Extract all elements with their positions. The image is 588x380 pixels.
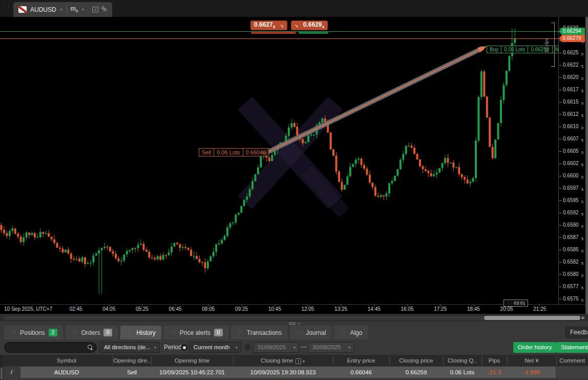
buy-depth-bar	[299, 32, 328, 34]
price-axis-tick: 0.66125	[559, 111, 586, 117]
direction-filter-dropdown[interactable]: All directions (de... ▼	[99, 342, 160, 353]
trading-app-window: ⋮⋮ AUDUSD ▼ m5 ▼ ↗ × + 0.66279 ↘ ↘ 0.662…	[0, 0, 588, 380]
time-axis-tick: 13:25	[334, 306, 347, 312]
sort-indicator[interactable]: 1 ▼	[296, 356, 305, 367]
drag-handle-icon[interactable]: ⋮⋮	[2, 4, 10, 10]
date-to-picker[interactable]: 30/09/2025 ▼	[308, 342, 354, 353]
timeframe-selector[interactable]: m5	[71, 5, 78, 13]
cell-closing-qty: 0.06 Lots	[443, 367, 481, 378]
price-axis[interactable]: 0.663000.662750.662500.662250.662000.661…	[558, 17, 585, 314]
tab-divider	[67, 6, 67, 14]
column-separator	[481, 356, 482, 365]
sell-quote-button[interactable]: 0.66279 ↘	[250, 21, 287, 30]
price-axis-tick: 0.65900	[559, 222, 586, 228]
history-table-header: SymbolOpening dire..Opening timeClosing …	[0, 355, 588, 366]
column-separator	[151, 356, 152, 365]
tab-label: Journal	[306, 329, 326, 336]
feedback-button[interactable]: Feedback	[565, 326, 588, 338]
history-search-input[interactable]	[10, 343, 84, 352]
time-axis-tick: 08:05	[202, 306, 215, 312]
tab-journal[interactable]: ⋮⋮Journal	[290, 326, 331, 339]
tab-label: Algo	[350, 329, 362, 336]
column-header-entry-price[interactable]: Entry price	[333, 355, 389, 366]
tab-algo[interactable]: ⋮⋮Algo	[334, 326, 368, 339]
time-axis-tick: 10:45	[268, 306, 281, 312]
tab-orders[interactable]: ⋮⋮Orders0	[66, 326, 118, 339]
column-header-closing-q[interactable]: Closing Q..	[443, 355, 481, 366]
chart-tab-bar: ⋮⋮ AUDUSD ▼ m5 ▼ ↗ × +	[0, 0, 588, 17]
buy-quote-button[interactable]: ↘ 0.66294	[291, 21, 328, 30]
date-from-picker[interactable]: 01/09/2025 ▼	[253, 342, 299, 353]
tab-label: History	[136, 329, 155, 336]
column-header-comment[interactable]: Comment	[556, 355, 588, 366]
history-search-box[interactable]	[4, 342, 97, 353]
splitter-caret-icon: ▼	[298, 322, 300, 325]
candlestick-chart-canvas[interactable]	[0, 17, 558, 304]
price-axis-tick: 0.66050	[559, 148, 586, 154]
price-axis-tick: 0.65975	[559, 185, 586, 191]
price-axis-tick: 0.65850	[559, 247, 586, 253]
time-axis-tick: 21:25	[533, 306, 546, 312]
sell-depth-bar	[251, 32, 296, 34]
cell-entry-price: 0.66046	[333, 367, 389, 378]
column-header-closing-price[interactable]: Closing price	[389, 355, 443, 366]
time-axis-tick: 12:05	[301, 306, 314, 312]
tab-grip-icon: ⋮⋮	[10, 330, 16, 335]
table-scrollbar-thumb[interactable]	[1, 367, 3, 379]
table-v-scrollbar[interactable]	[0, 355, 3, 380]
buy-label-volume: 0.06 Lots	[501, 46, 528, 53]
scroll-right-arrow-icon[interactable]: ▶	[582, 315, 585, 320]
price-axis-tick: 0.66075	[559, 136, 586, 142]
cell-direction: Sell	[113, 367, 151, 378]
column-separator	[556, 356, 557, 365]
column-header-opening-dire[interactable]: Opening dire..	[113, 355, 151, 366]
price-axis-tick: 0.66175	[559, 87, 586, 93]
bottom-panel: ▼ ⋮⋮Positions2⋮⋮Orders0⋮⋮History⋮⋮Price …	[0, 322, 588, 380]
chart-tab-symbol[interactable]: AUDUSD	[30, 6, 56, 13]
panel-splitter-handle[interactable]: ▼	[286, 322, 303, 325]
column-header-opening-time[interactable]: Opening time	[151, 355, 233, 366]
column-header-pips[interactable]: Pips	[481, 355, 507, 366]
price-axis-tick: 0.65875	[559, 234, 586, 241]
column-header-net[interactable]: Net ¥	[507, 355, 556, 366]
bid-price-badge: 0.66279	[559, 35, 585, 42]
tab-grip-icon: ⋮⋮	[126, 330, 132, 335]
scrollbar-thumb[interactable]	[484, 316, 580, 320]
column-header-symbol[interactable]: Symbol	[20, 355, 113, 366]
tab-price-alerts[interactable]: ⋮⋮Price alerts0	[164, 326, 228, 339]
custom-range-radio[interactable]	[244, 344, 251, 351]
row-info-icon[interactable]: i	[6, 367, 16, 377]
period-preset-dropdown[interactable]: Current month ▼	[189, 342, 241, 353]
time-axis-tick: 20:05	[500, 306, 513, 312]
period-preset-radio[interactable]	[181, 344, 187, 351]
instrument-chart-icon	[18, 6, 27, 13]
tab-positions[interactable]: ⋮⋮Positions2	[4, 326, 63, 339]
sell-label-side: Sell	[199, 148, 214, 156]
time-axis-tick: 02:45	[69, 306, 82, 312]
symbol-dropdown-caret-icon[interactable]: ▼	[60, 8, 63, 11]
chart-h-scrollbar[interactable]: ▶	[0, 314, 588, 322]
statement-button[interactable]: Statement	[556, 342, 588, 353]
column-header-closing-time[interactable]: Closing time1 ▼	[233, 355, 333, 366]
column-separator	[113, 356, 113, 365]
tab-transactions[interactable]: ⋮⋮Transactions	[231, 326, 287, 339]
pips-measure-bracket	[551, 23, 555, 67]
column-separator	[233, 356, 234, 365]
tab-history[interactable]: ⋮⋮History	[120, 326, 161, 339]
timeframe-dropdown-caret-icon[interactable]: ▼	[81, 8, 85, 11]
new-chart-tab-button[interactable]: +	[96, 2, 110, 15]
tab-count-badge: 2	[49, 329, 57, 336]
order-history-button[interactable]: Order history	[513, 342, 556, 353]
tab-grip-icon: ⋮⋮	[340, 330, 346, 335]
price-axis-tick: 0.65950	[559, 197, 586, 204]
price-axis-tick: 0.65775	[559, 284, 586, 290]
price-axis-tick: 0.66000	[559, 173, 586, 179]
tab-grip-icon: ⋮⋮	[170, 330, 176, 335]
tab-count-badge: 0	[214, 329, 223, 336]
session-date-label: 10 Sep 2025, UTC+7	[4, 306, 52, 312]
time-axis[interactable]: 10 Sep 2025, UTC+7 02:4504:0505:2506:450…	[0, 304, 585, 314]
tab-grip-icon: ⋮⋮	[296, 330, 302, 335]
sell-entry-chart-label[interactable]: Sell 0.06 Lots 0.66046	[199, 148, 269, 156]
history-table-row[interactable]: i AUDUSDSell10/09/2025 10:45:22.70110/09…	[0, 366, 588, 378]
time-axis-tick: 09:25	[235, 306, 248, 312]
